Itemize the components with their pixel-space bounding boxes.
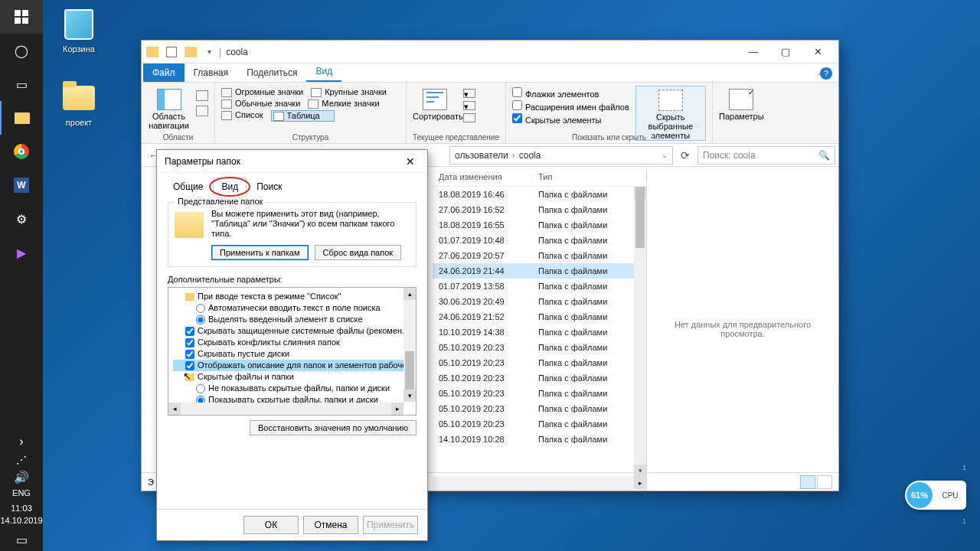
file-extensions-toggle[interactable]: Расширения имен файлов bbox=[512, 100, 629, 112]
adv-select-typed[interactable]: Выделять введенный элемент в списке bbox=[173, 314, 411, 325]
table-row[interactable]: 30.06.2019 20:49Папка с файлами bbox=[433, 294, 646, 309]
word-icon[interactable]: W bbox=[0, 168, 43, 202]
wifi-icon[interactable]: ⋰ bbox=[0, 452, 43, 468]
tab-share[interactable]: Поделиться bbox=[237, 64, 306, 82]
folder-view-legend: Представление папок bbox=[175, 197, 266, 206]
tab-home[interactable]: Главная bbox=[185, 64, 238, 82]
file-explorer-icon[interactable] bbox=[0, 101, 43, 135]
close-button[interactable]: ✕ bbox=[802, 41, 834, 64]
column-type[interactable]: Тип bbox=[532, 172, 646, 181]
table-row[interactable]: 10.10.2019 14:38Папка с файлами bbox=[433, 324, 646, 340]
adv-scroll-right-icon[interactable]: ▸ bbox=[391, 403, 403, 415]
apply-button[interactable]: Применить bbox=[363, 516, 418, 534]
adv-scroll-down-icon[interactable]: ▾ bbox=[403, 390, 416, 402]
table-row[interactable]: 27.06.2019 20:57Папка с файлами bbox=[433, 248, 646, 263]
table-row[interactable]: 18.08.2019 16:55Папка с файлами bbox=[433, 217, 646, 233]
adv-scroll-thumb-v[interactable] bbox=[405, 351, 414, 390]
adv-show-desc[interactable]: Отображать описание для папок и элементо… bbox=[173, 360, 411, 371]
help-icon[interactable]: ? bbox=[820, 67, 832, 80]
tab-general[interactable]: Общие bbox=[165, 178, 211, 196]
table-row[interactable]: 01.07.2019 13:58Папка с файлами bbox=[433, 279, 646, 294]
chrome-icon[interactable] bbox=[0, 135, 43, 168]
breadcrumb-bar[interactable]: ользователи › coola ⌄ bbox=[449, 146, 673, 165]
adv-hide-protected[interactable]: Скрывать защищенные системные файлы (рек… bbox=[173, 325, 411, 337]
start-button[interactable] bbox=[0, 0, 43, 34]
scroll-thumb[interactable] bbox=[635, 187, 645, 248]
layout-huge-icons[interactable]: Огромные значки bbox=[221, 87, 303, 97]
layout-normal-icons[interactable]: Обычные значки bbox=[221, 99, 300, 109]
adv-scroll-left-icon[interactable]: ◂ bbox=[168, 403, 181, 415]
adv-dont-show-hidden[interactable]: Не показывать скрытые файлы, папки и дис… bbox=[173, 383, 411, 394]
tab-search[interactable]: Поиск bbox=[248, 178, 290, 196]
layout-medium-icons[interactable]: Мелкие значки bbox=[308, 99, 379, 109]
table-row[interactable]: 01.07.2019 10:48Папка с файлами bbox=[433, 233, 646, 248]
details-view-icon[interactable] bbox=[800, 475, 815, 489]
volume-icon[interactable]: 🔊 bbox=[0, 468, 43, 485]
layout-table[interactable]: Таблица bbox=[271, 110, 335, 122]
cancel-button[interactable]: Отмена bbox=[303, 516, 358, 534]
adv-scrollbar-horizontal[interactable]: ◂ ▸ bbox=[168, 403, 403, 415]
table-row[interactable]: 05.10.2019 20:23Папка с файлами bbox=[433, 386, 646, 401]
tab-view-dialog[interactable]: Вид bbox=[213, 178, 247, 196]
badge-1-bottom: 1 bbox=[956, 517, 966, 528]
table-row[interactable]: 05.10.2019 20:23Папка с файлами bbox=[433, 355, 646, 370]
recycle-bin[interactable]: Корзина bbox=[52, 8, 106, 54]
dialog-close-button[interactable]: ✕ bbox=[401, 155, 420, 168]
search-icon: 🔍 bbox=[818, 150, 830, 161]
options-button[interactable]: ✓ Параметры bbox=[719, 86, 763, 121]
adv-hide-merge[interactable]: Скрывать конфликты слияния папок bbox=[173, 337, 411, 348]
group-by-icon[interactable]: ▾ bbox=[463, 89, 475, 98]
size-columns-icon[interactable] bbox=[463, 113, 475, 122]
tab-view[interactable]: Вид bbox=[306, 62, 341, 82]
adv-scrollbar-vertical[interactable]: ▴ ▾ bbox=[403, 288, 416, 402]
navigation-pane-button[interactable]: Область навигации bbox=[148, 86, 190, 130]
add-columns-icon[interactable]: ▾ bbox=[463, 101, 475, 110]
restore-defaults-button[interactable]: Восстановить значения по умолчанию bbox=[250, 420, 416, 435]
adv-group-typing: При вводе текста в режиме "Список" bbox=[173, 291, 411, 302]
preview-pane-icon[interactable] bbox=[196, 90, 208, 101]
tab-file[interactable]: Файл bbox=[143, 64, 185, 82]
settings-icon[interactable]: ⚙ bbox=[0, 202, 43, 236]
chevron-up-icon[interactable]: › bbox=[0, 432, 43, 452]
minimize-button[interactable]: — bbox=[737, 41, 769, 64]
language-indicator[interactable]: ENG bbox=[0, 485, 43, 500]
adv-hide-empty[interactable]: Скрывать пустые диски bbox=[173, 348, 411, 360]
task-view-icon[interactable]: ▭ bbox=[0, 67, 43, 101]
reset-folders-button[interactable]: Сброс вида папок bbox=[315, 245, 402, 260]
table-row[interactable]: 27.06.2019 16:52Папка с файлами bbox=[433, 202, 646, 217]
table-row[interactable]: 05.10.2019 20:23Папка с файлами bbox=[433, 416, 646, 432]
hidden-items-toggle[interactable]: Скрытые элементы bbox=[512, 113, 629, 125]
desktop-folder-project[interactable]: проект bbox=[52, 81, 106, 127]
table-row[interactable]: 05.10.2019 20:23Папка с файлами bbox=[433, 401, 646, 416]
maximize-button[interactable]: ▢ bbox=[769, 41, 802, 64]
media-icon[interactable]: ▶ bbox=[0, 236, 43, 269]
table-row[interactable]: 18.08.2019 16:46Папка с файлами bbox=[433, 187, 646, 202]
search-input[interactable]: Поиск: coola 🔍 bbox=[697, 146, 835, 165]
sort-button[interactable]: Сортировать bbox=[413, 86, 457, 121]
apply-to-folders-button[interactable]: Применить к папкам bbox=[211, 245, 309, 260]
file-rows[interactable]: 18.08.2019 16:46Папка с файлами27.06.201… bbox=[433, 187, 646, 477]
notifications-icon[interactable]: ▭ bbox=[0, 528, 43, 551]
adv-scroll-up-icon[interactable]: ▴ bbox=[403, 288, 416, 300]
ok-button[interactable]: ОК bbox=[243, 516, 299, 534]
table-row[interactable]: 05.10.2019 20:23Папка с файлами bbox=[433, 340, 646, 355]
item-checkboxes-toggle[interactable]: Флажки элементов bbox=[512, 87, 629, 99]
breadcrumb-current[interactable]: coola bbox=[519, 150, 541, 161]
column-date[interactable]: Дата изменения bbox=[433, 172, 532, 181]
table-row[interactable]: 24.06.2019 21:52Папка с файлами bbox=[433, 309, 646, 324]
details-pane-icon[interactable] bbox=[196, 106, 208, 116]
layout-large-icons[interactable]: Крупные значки bbox=[311, 87, 387, 97]
breadcrumb-users[interactable]: ользователи bbox=[455, 150, 508, 161]
advanced-settings-list: При вводе текста в режиме "Список" Автом… bbox=[168, 287, 416, 416]
cpu-widget[interactable]: 61% CPU bbox=[905, 481, 966, 510]
scrollbar-vertical[interactable]: ▴ ▾ bbox=[634, 187, 646, 477]
refresh-button[interactable]: ⟳ bbox=[676, 146, 694, 165]
search-icon[interactable]: ◯ bbox=[0, 34, 43, 67]
qat-button[interactable] bbox=[166, 47, 177, 57]
table-row[interactable]: 05.10.2019 20:23Папка с файлами bbox=[433, 370, 646, 386]
adv-auto-search[interactable]: Автоматически вводить текст в поле поиск… bbox=[173, 302, 411, 314]
thumbnails-view-icon[interactable] bbox=[817, 475, 832, 489]
table-row[interactable]: 14.10.2019 10:28Папка с файлами bbox=[433, 432, 646, 447]
table-row[interactable]: 24.06.2019 21:44Папка с файлами bbox=[433, 263, 646, 279]
layout-list[interactable]: Список bbox=[221, 110, 263, 122]
